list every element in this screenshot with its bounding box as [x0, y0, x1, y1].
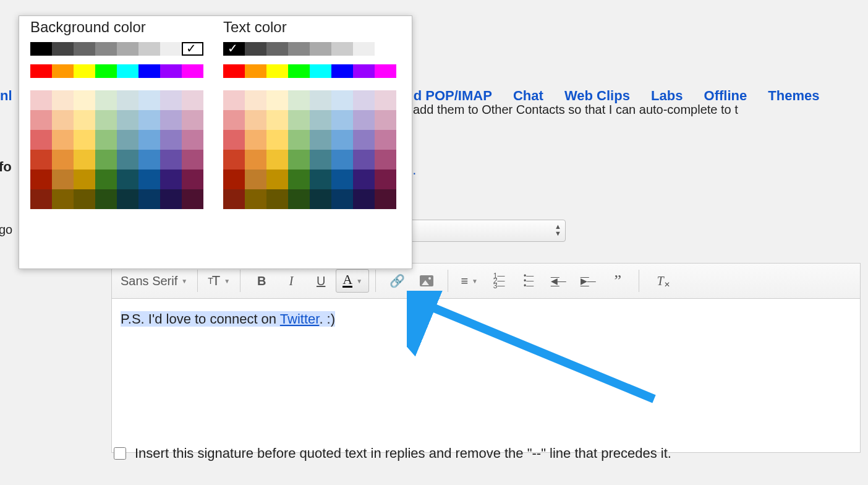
color-swatch[interactable] — [95, 42, 117, 56]
insert-image-button[interactable] — [412, 270, 441, 292]
color-swatch[interactable] — [245, 189, 266, 209]
color-swatch[interactable] — [266, 150, 288, 170]
tab-offline[interactable]: Offline — [704, 88, 747, 103]
color-swatch[interactable] — [353, 189, 375, 209]
color-swatch[interactable] — [182, 170, 203, 189]
tab-pop-imap[interactable]: d POP/IMAP — [414, 88, 492, 103]
color-swatch[interactable] — [138, 110, 160, 130]
color-swatch[interactable] — [223, 130, 245, 150]
color-swatch[interactable] — [375, 130, 396, 150]
font-family-select[interactable]: Sans Serif▼ — [117, 270, 191, 292]
color-swatch[interactable] — [160, 189, 182, 209]
color-swatch[interactable] — [375, 90, 396, 110]
color-swatch[interactable] — [331, 110, 353, 130]
color-swatch[interactable] — [331, 64, 353, 78]
color-swatch[interactable] — [266, 189, 288, 209]
color-swatch[interactable] — [310, 110, 331, 130]
color-swatch[interactable] — [30, 64, 52, 78]
color-swatch[interactable] — [353, 90, 375, 110]
color-swatch[interactable] — [52, 110, 74, 130]
color-swatch[interactable] — [30, 170, 52, 189]
color-swatch[interactable] — [375, 42, 396, 56]
color-swatch[interactable] — [353, 64, 375, 78]
color-swatch[interactable] — [138, 170, 160, 189]
color-swatch[interactable] — [288, 110, 310, 130]
color-swatch[interactable] — [353, 110, 375, 130]
remove-formatting-button[interactable]: T✕ — [645, 270, 675, 292]
tab-labs[interactable]: Labs — [651, 88, 683, 103]
color-swatch[interactable] — [74, 42, 95, 56]
color-swatch[interactable] — [74, 64, 95, 78]
color-swatch[interactable] — [182, 110, 203, 130]
color-swatch[interactable] — [266, 170, 288, 189]
color-swatch[interactable] — [52, 189, 74, 209]
color-swatch[interactable] — [52, 42, 74, 56]
tab-themes[interactable]: Themes — [768, 88, 819, 103]
color-swatch[interactable] — [223, 90, 245, 110]
color-swatch[interactable] — [160, 150, 182, 170]
color-swatch[interactable] — [331, 170, 353, 189]
color-swatch[interactable] — [223, 150, 245, 170]
align-button[interactable]: ≡▼ — [454, 270, 484, 292]
indent-more-button[interactable]: —▶—— — [573, 270, 603, 292]
color-swatch[interactable]: ✓ — [223, 42, 245, 56]
indent-less-button[interactable]: —◀—— — [543, 270, 573, 292]
color-swatch[interactable] — [182, 189, 203, 209]
color-swatch[interactable] — [223, 110, 245, 130]
color-swatch[interactable] — [138, 90, 160, 110]
color-swatch[interactable] — [331, 90, 353, 110]
numbered-list-button[interactable]: 1—2—3— — [484, 270, 514, 292]
color-swatch[interactable] — [117, 42, 138, 56]
color-swatch[interactable] — [74, 110, 95, 130]
color-swatch[interactable] — [331, 189, 353, 209]
color-swatch[interactable] — [138, 189, 160, 209]
color-swatch[interactable] — [375, 64, 396, 78]
color-swatch[interactable] — [74, 130, 95, 150]
color-swatch[interactable] — [138, 130, 160, 150]
italic-button[interactable]: I — [276, 270, 306, 292]
bold-button[interactable]: B — [247, 270, 276, 292]
color-swatch[interactable] — [52, 64, 74, 78]
tab-chat[interactable]: Chat — [513, 88, 543, 103]
color-swatch[interactable] — [331, 130, 353, 150]
color-swatch[interactable] — [266, 64, 288, 78]
color-swatch[interactable] — [331, 42, 353, 56]
color-swatch[interactable] — [138, 150, 160, 170]
color-swatch[interactable] — [182, 90, 203, 110]
color-swatch[interactable] — [245, 90, 266, 110]
signature-textarea[interactable]: P.S. I'd love to connect on Twitter. :) — [112, 299, 860, 452]
color-swatch[interactable] — [74, 170, 95, 189]
color-swatch[interactable] — [245, 42, 266, 56]
color-swatch[interactable] — [310, 189, 331, 209]
color-swatch[interactable] — [245, 64, 266, 78]
insert-link-button[interactable]: 🔗 — [382, 270, 412, 292]
color-swatch[interactable] — [310, 90, 331, 110]
color-swatch[interactable] — [288, 90, 310, 110]
from-address-select[interactable]: ▲▼ — [391, 220, 566, 242]
color-swatch[interactable] — [95, 170, 117, 189]
color-swatch[interactable] — [74, 90, 95, 110]
color-swatch[interactable] — [288, 64, 310, 78]
color-swatch[interactable] — [353, 170, 375, 189]
insert-before-quoted-checkbox[interactable] — [114, 447, 126, 460]
color-swatch[interactable] — [353, 42, 375, 56]
color-swatch[interactable] — [160, 90, 182, 110]
color-swatch[interactable] — [95, 150, 117, 170]
color-swatch[interactable] — [182, 130, 203, 150]
color-swatch[interactable] — [310, 42, 331, 56]
color-swatch[interactable] — [288, 189, 310, 209]
bulleted-list-button[interactable]: •—•—•— — [514, 270, 543, 292]
color-swatch[interactable] — [223, 170, 245, 189]
color-swatch[interactable] — [30, 90, 52, 110]
color-swatch[interactable] — [160, 42, 182, 56]
color-swatch[interactable] — [52, 130, 74, 150]
color-swatch[interactable] — [74, 189, 95, 209]
color-swatch[interactable] — [245, 170, 266, 189]
color-swatch[interactable] — [30, 130, 52, 150]
color-swatch[interactable] — [266, 130, 288, 150]
color-swatch[interactable] — [266, 90, 288, 110]
color-swatch[interactable] — [52, 90, 74, 110]
color-swatch[interactable] — [117, 130, 138, 150]
color-swatch[interactable] — [353, 150, 375, 170]
color-swatch[interactable] — [138, 64, 160, 78]
